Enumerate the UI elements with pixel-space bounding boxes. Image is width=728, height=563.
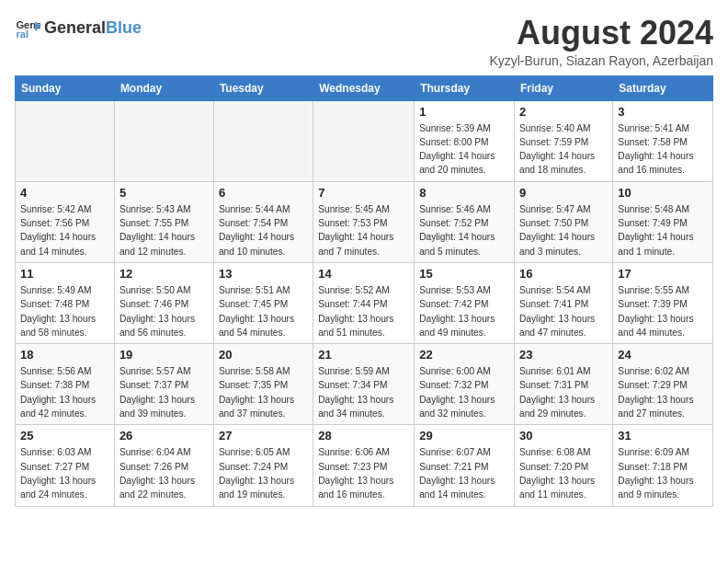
day-number: 2 — [519, 105, 608, 119]
day-number: 22 — [419, 348, 509, 362]
calendar-cell: 20Sunrise: 5:58 AM Sunset: 7:35 PM Dayli… — [213, 344, 313, 425]
calendar-cell: 26Sunrise: 6:04 AM Sunset: 7:26 PM Dayli… — [114, 425, 213, 506]
day-info: Sunrise: 6:01 AM Sunset: 7:31 PM Dayligh… — [519, 364, 608, 420]
weekday-header-sunday: Sunday — [16, 75, 115, 100]
weekday-header-wednesday: Wednesday — [313, 75, 415, 100]
calendar-cell: 23Sunrise: 6:01 AM Sunset: 7:31 PM Dayli… — [515, 344, 613, 425]
day-number: 15 — [419, 267, 509, 281]
day-info: Sunrise: 6:03 AM Sunset: 7:27 PM Dayligh… — [20, 445, 109, 501]
day-number: 23 — [519, 348, 608, 362]
day-number: 20 — [219, 348, 308, 362]
calendar-week-row: 4Sunrise: 5:42 AM Sunset: 7:56 PM Daylig… — [16, 181, 713, 262]
day-number: 3 — [618, 105, 708, 119]
day-number: 10 — [618, 186, 708, 200]
calendar-cell: 30Sunrise: 6:08 AM Sunset: 7:20 PM Dayli… — [515, 425, 613, 506]
location: Kyzyl-Burun, Siazan Rayon, Azerbaijan — [489, 53, 713, 68]
weekday-header-tuesday: Tuesday — [213, 75, 313, 100]
day-info: Sunrise: 5:47 AM Sunset: 7:50 PM Dayligh… — [519, 202, 608, 259]
calendar-cell: 21Sunrise: 5:59 AM Sunset: 7:34 PM Dayli… — [313, 344, 415, 425]
calendar-cell: 14Sunrise: 5:52 AM Sunset: 7:44 PM Dayli… — [313, 262, 415, 343]
calendar-cell: 12Sunrise: 5:50 AM Sunset: 7:46 PM Dayli… — [114, 262, 213, 343]
day-info: Sunrise: 5:54 AM Sunset: 7:41 PM Dayligh… — [519, 283, 608, 339]
day-number: 29 — [419, 429, 509, 442]
day-number: 28 — [318, 429, 409, 442]
day-info: Sunrise: 5:56 AM Sunset: 7:38 PM Dayligh… — [20, 364, 109, 420]
day-number: 13 — [219, 267, 308, 281]
day-info: Sunrise: 5:51 AM Sunset: 7:45 PM Dayligh… — [219, 283, 308, 339]
calendar-cell: 2Sunrise: 5:40 AM Sunset: 7:59 PM Daylig… — [515, 100, 613, 181]
calendar-cell: 27Sunrise: 6:05 AM Sunset: 7:24 PM Dayli… — [213, 425, 313, 506]
day-number: 11 — [20, 267, 109, 281]
calendar-cell: 15Sunrise: 5:53 AM Sunset: 7:42 PM Dayli… — [415, 262, 515, 343]
day-info: Sunrise: 5:57 AM Sunset: 7:37 PM Dayligh… — [119, 364, 209, 420]
day-info: Sunrise: 5:43 AM Sunset: 7:55 PM Dayligh… — [119, 202, 209, 259]
calendar-week-row: 11Sunrise: 5:49 AM Sunset: 7:48 PM Dayli… — [16, 262, 713, 343]
day-number: 12 — [119, 267, 209, 281]
day-number: 27 — [219, 429, 308, 442]
day-info: Sunrise: 6:00 AM Sunset: 7:32 PM Dayligh… — [419, 364, 509, 420]
calendar-cell — [313, 100, 415, 181]
day-info: Sunrise: 5:59 AM Sunset: 7:34 PM Dayligh… — [318, 364, 409, 420]
day-number: 8 — [419, 186, 509, 200]
day-number: 21 — [318, 348, 409, 362]
day-number: 17 — [618, 267, 708, 281]
day-info: Sunrise: 5:41 AM Sunset: 7:58 PM Dayligh… — [618, 121, 708, 178]
day-number: 19 — [119, 348, 209, 362]
calendar-cell: 24Sunrise: 6:02 AM Sunset: 7:29 PM Dayli… — [613, 344, 713, 425]
day-number: 7 — [318, 186, 409, 200]
calendar-cell: 22Sunrise: 6:00 AM Sunset: 7:32 PM Dayli… — [415, 344, 515, 425]
day-info: Sunrise: 6:04 AM Sunset: 7:26 PM Dayligh… — [119, 445, 209, 501]
weekday-header-row: SundayMondayTuesdayWednesdayThursdayFrid… — [16, 75, 713, 100]
day-number: 25 — [20, 429, 109, 442]
day-number: 9 — [519, 186, 608, 200]
day-number: 14 — [318, 267, 409, 281]
page-header: Gene ral GeneralBlue August 2024 Kyzyl-B… — [15, 15, 713, 68]
day-info: Sunrise: 6:09 AM Sunset: 7:18 PM Dayligh… — [618, 445, 708, 501]
calendar-cell: 7Sunrise: 5:45 AM Sunset: 7:53 PM Daylig… — [313, 181, 415, 262]
calendar-week-row: 18Sunrise: 5:56 AM Sunset: 7:38 PM Dayli… — [16, 344, 713, 425]
calendar-table: SundayMondayTuesdayWednesdayThursdayFrid… — [15, 75, 713, 507]
calendar-cell: 1Sunrise: 5:39 AM Sunset: 8:00 PM Daylig… — [415, 100, 515, 181]
calendar-cell: 4Sunrise: 5:42 AM Sunset: 7:56 PM Daylig… — [16, 181, 115, 262]
day-info: Sunrise: 5:55 AM Sunset: 7:39 PM Dayligh… — [618, 283, 708, 339]
calendar-cell: 28Sunrise: 6:06 AM Sunset: 7:23 PM Dayli… — [313, 425, 415, 506]
day-info: Sunrise: 5:42 AM Sunset: 7:56 PM Dayligh… — [20, 202, 109, 259]
day-number: 31 — [618, 429, 708, 442]
calendar-cell: 13Sunrise: 5:51 AM Sunset: 7:45 PM Dayli… — [213, 262, 313, 343]
day-info: Sunrise: 5:39 AM Sunset: 8:00 PM Dayligh… — [419, 121, 509, 178]
day-number: 5 — [119, 186, 209, 200]
logo-general: General — [44, 18, 106, 38]
calendar-cell: 11Sunrise: 5:49 AM Sunset: 7:48 PM Dayli… — [16, 262, 115, 343]
calendar-cell: 3Sunrise: 5:41 AM Sunset: 7:58 PM Daylig… — [613, 100, 713, 181]
calendar-cell: 19Sunrise: 5:57 AM Sunset: 7:37 PM Dayli… — [114, 344, 213, 425]
calendar-cell: 16Sunrise: 5:54 AM Sunset: 7:41 PM Dayli… — [515, 262, 613, 343]
day-info: Sunrise: 5:46 AM Sunset: 7:52 PM Dayligh… — [419, 202, 509, 259]
day-number: 18 — [20, 348, 109, 362]
calendar-cell: 8Sunrise: 5:46 AM Sunset: 7:52 PM Daylig… — [415, 181, 515, 262]
day-number: 1 — [419, 105, 509, 119]
weekday-header-saturday: Saturday — [613, 75, 713, 100]
calendar-cell: 18Sunrise: 5:56 AM Sunset: 7:38 PM Dayli… — [16, 344, 115, 425]
calendar-cell: 25Sunrise: 6:03 AM Sunset: 7:27 PM Dayli… — [16, 425, 115, 506]
calendar-cell — [213, 100, 313, 181]
day-info: Sunrise: 6:07 AM Sunset: 7:21 PM Dayligh… — [419, 445, 509, 501]
day-info: Sunrise: 5:52 AM Sunset: 7:44 PM Dayligh… — [318, 283, 409, 339]
calendar-cell: 5Sunrise: 5:43 AM Sunset: 7:55 PM Daylig… — [114, 181, 213, 262]
calendar-cell: 17Sunrise: 5:55 AM Sunset: 7:39 PM Dayli… — [613, 262, 713, 343]
calendar-week-row: 1Sunrise: 5:39 AM Sunset: 8:00 PM Daylig… — [16, 100, 713, 181]
weekday-header-thursday: Thursday — [415, 75, 515, 100]
day-info: Sunrise: 5:58 AM Sunset: 7:35 PM Dayligh… — [219, 364, 308, 420]
logo-blue: Blue — [106, 18, 142, 38]
day-info: Sunrise: 5:49 AM Sunset: 7:48 PM Dayligh… — [20, 283, 109, 339]
day-number: 6 — [219, 186, 308, 200]
logo-icon: Gene ral — [15, 15, 40, 40]
calendar-cell: 29Sunrise: 6:07 AM Sunset: 7:21 PM Dayli… — [415, 425, 515, 506]
day-number: 26 — [119, 429, 209, 442]
calendar-week-row: 25Sunrise: 6:03 AM Sunset: 7:27 PM Dayli… — [16, 425, 713, 506]
day-info: Sunrise: 6:08 AM Sunset: 7:20 PM Dayligh… — [519, 445, 608, 501]
logo: Gene ral GeneralBlue — [15, 15, 142, 40]
calendar-cell: 31Sunrise: 6:09 AM Sunset: 7:18 PM Dayli… — [613, 425, 713, 506]
day-info: Sunrise: 5:48 AM Sunset: 7:49 PM Dayligh… — [618, 202, 708, 259]
day-info: Sunrise: 6:05 AM Sunset: 7:24 PM Dayligh… — [219, 445, 308, 501]
day-number: 30 — [519, 429, 608, 442]
